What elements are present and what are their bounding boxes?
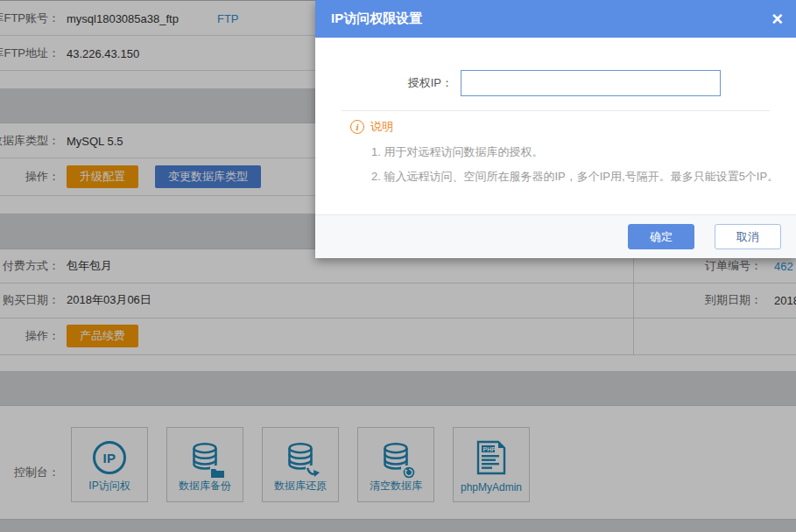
- cancel-button[interactable]: 取消: [715, 224, 781, 249]
- note-line-1: 1. 用于对远程访问数据库的授权。: [371, 140, 796, 164]
- close-icon[interactable]: ×: [771, 10, 783, 29]
- dialog-header: IP访问权限设置 ×: [315, 0, 796, 38]
- note-title: 说明: [370, 119, 393, 135]
- ip-access-settings-dialog: IP访问权限设置 × 授权IP： i 说明 1. 用于对远程访问数据库的授权。 …: [315, 0, 796, 258]
- note-header: i 说明: [350, 119, 796, 135]
- dialog-footer: 确定 取消: [315, 214, 796, 258]
- note-block: i 说明 1. 用于对远程访问数据库的授权。 2. 输入远程访问、空间所在服务器…: [315, 119, 796, 189]
- divider: [342, 110, 770, 111]
- confirm-button[interactable]: 确定: [628, 224, 694, 249]
- authorized-ip-field-row: 授权IP：: [315, 38, 796, 96]
- dialog-body: 授权IP： i 说明 1. 用于对远程访问数据库的授权。 2. 输入远程访问、空…: [315, 38, 796, 214]
- info-icon: i: [350, 120, 364, 134]
- authorized-ip-input[interactable]: [461, 70, 721, 96]
- dialog-title: IP访问权限设置: [331, 10, 422, 27]
- note-list: 1. 用于对远程访问数据库的授权。 2. 输入远程访问、空间所在服务器的IP，多…: [350, 140, 796, 189]
- authorized-ip-label: 授权IP：: [315, 75, 453, 91]
- note-line-2: 2. 输入远程访问、空间所在服务器的IP，多个IP用,号隔开。最多只能设置5个I…: [371, 164, 796, 189]
